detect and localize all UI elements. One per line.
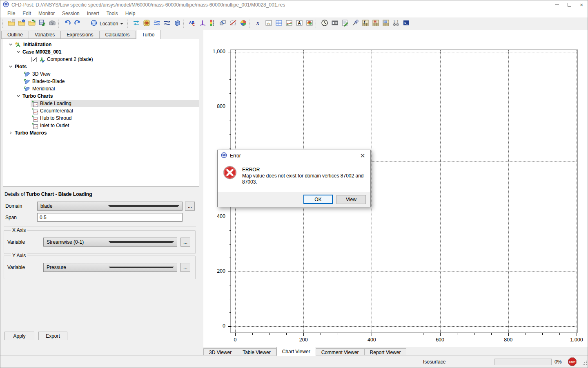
probe-button[interactable] [350, 19, 360, 29]
command-editor-button[interactable]: >_ [401, 19, 411, 29]
expander-open-icon[interactable] [7, 43, 14, 47]
save-project-button[interactable] [37, 19, 47, 29]
save-state-icon [28, 19, 36, 28]
expander-open-icon[interactable] [7, 65, 14, 69]
tab-chart-viewer[interactable]: Chart Viewer [276, 347, 316, 356]
undo-button[interactable] [62, 19, 72, 29]
insert-ribbon-button[interactable] [162, 19, 172, 29]
y-variable-more-button[interactable]: ... [180, 263, 190, 272]
x-variable-select[interactable]: Streamwise (0-1) [43, 238, 177, 247]
tree-item-checkbox[interactable] [31, 57, 37, 62]
tab-expressions[interactable]: Expressions [61, 31, 99, 39]
save-state-button[interactable] [27, 19, 37, 29]
menu-item-monitor[interactable]: Monitor [35, 10, 58, 17]
menu-item-file[interactable]: File [4, 10, 19, 17]
insert-colormap-button[interactable] [238, 19, 248, 29]
charts-button[interactable] [284, 19, 294, 29]
x-minor-tick [457, 333, 457, 335]
tree-row-turbo-macros[interactable]: Turbo Macros [3, 129, 199, 137]
insert-instance-transform-button[interactable] [218, 19, 228, 29]
insert-vector-button[interactable] [131, 19, 141, 29]
tree-row-case-m0028-001[interactable]: Case M0028_001 [3, 48, 199, 56]
apply-button[interactable]: Apply [4, 332, 34, 340]
insert-coord-frame-button[interactable] [197, 19, 207, 29]
expressions-button[interactable]: √α [263, 19, 274, 29]
y-minor-tick [229, 148, 231, 148]
insert-legend-button[interactable]: 321 [207, 19, 218, 29]
tab-variables[interactable]: Variables [29, 31, 61, 39]
minimize-icon [555, 4, 559, 5]
turbo-chart-icon [31, 100, 38, 107]
stop-button[interactable]: STOP [568, 357, 577, 367]
expander-open-icon[interactable] [15, 94, 22, 98]
variables-button[interactable]: x [253, 19, 263, 29]
insert-volume-icon [174, 19, 181, 28]
tree-row-blade-to-blade[interactable]: Blade-to-Blade [3, 78, 199, 85]
menu-bar: FileEditMonitorSessionInsertToolsHelp [0, 9, 588, 18]
menu-item-tools[interactable]: Tools [103, 10, 122, 17]
open-case-button[interactable] [6, 19, 16, 29]
progress-bar [494, 359, 552, 365]
snapshot-button[interactable] [47, 19, 57, 29]
domain-select[interactable]: blade [37, 202, 183, 211]
tree-row-inlet-to-outlet[interactable]: Inlet to Outlet [3, 122, 199, 129]
y-gridline [231, 217, 577, 217]
x-tick-label: 600 [427, 337, 453, 343]
tree-row-turbo-charts[interactable]: Turbo Charts [3, 92, 199, 100]
domain-more-button[interactable]: ... [185, 202, 195, 211]
x-variable-more-button[interactable]: ... [180, 238, 190, 247]
y-variable-select[interactable]: Pressure [43, 263, 177, 272]
redo-icon [74, 19, 81, 28]
annotation-button[interactable]: A [294, 19, 304, 29]
tree-row-meridional[interactable]: Meridional [3, 85, 199, 92]
chevron-down-icon [120, 23, 123, 25]
insert-contour-button[interactable] [141, 19, 151, 29]
redo-button[interactable] [72, 19, 82, 29]
dialog-close-button[interactable]: ✕ [355, 150, 370, 162]
insert-streamline-button[interactable] [151, 19, 162, 29]
location-dropdown[interactable]: Location [87, 19, 126, 29]
ok-button[interactable]: OK [303, 195, 333, 204]
tree-row-circumferential[interactable]: Circumferential [3, 107, 199, 114]
menu-item-insert[interactable]: Insert [83, 10, 103, 17]
resize-grip[interactable] [582, 360, 587, 366]
x-gridline [372, 50, 372, 332]
minimize-button[interactable] [551, 0, 563, 9]
menu-item-session[interactable]: Session [58, 10, 83, 17]
function-calculator-button[interactable]: f [360, 19, 370, 29]
tree-row-3d-view[interactable]: 3D View [3, 70, 199, 78]
tab-outline[interactable]: Outline [1, 31, 29, 39]
tab-calculators[interactable]: Calculators [100, 31, 136, 39]
expander-open-icon[interactable] [15, 50, 22, 54]
figure-button[interactable] [304, 19, 314, 29]
menu-item-edit[interactable]: Edit [19, 10, 35, 17]
insert-volume-button[interactable] [172, 19, 182, 29]
close-button[interactable]: × [575, 0, 588, 9]
tree-row-blade-loading[interactable]: Blade Loading [3, 100, 199, 107]
tree-row-initialization[interactable]: Initialization [3, 41, 199, 48]
maximize-button[interactable] [563, 0, 575, 9]
toolbar-group-grip [127, 20, 129, 28]
case-comparison-button[interactable]: 12 [391, 19, 401, 29]
tree-row-plots[interactable]: Plots [3, 63, 199, 70]
menu-item-help[interactable]: Help [122, 10, 139, 17]
svg-text:STOP: STOP [569, 361, 575, 363]
expander-closed-icon[interactable] [7, 131, 14, 135]
view-button[interactable]: View [336, 195, 366, 204]
plot-blade-icon [24, 78, 31, 85]
y-major-tick [228, 272, 231, 272]
macro-calculator-button[interactable]: M [370, 19, 381, 29]
span-input[interactable] [37, 213, 183, 222]
mesh-calculator-button[interactable] [381, 19, 391, 29]
tab-turbo[interactable]: Turbo [136, 30, 161, 39]
load-state-button[interactable] [16, 19, 27, 29]
animation-button[interactable] [330, 19, 340, 29]
tables-button[interactable] [274, 19, 284, 29]
tree-row-hub-to-shroud[interactable]: Hub to Shroud [3, 114, 199, 122]
timestep-selector-button[interactable] [319, 19, 330, 29]
export-button[interactable]: Export [38, 332, 67, 340]
quick-editor-button[interactable] [340, 19, 350, 29]
tree-row-component-2-blade[interactable]: Component 2 (blade) [3, 56, 199, 63]
insert-clip-plane-button[interactable] [228, 19, 238, 29]
insert-text-button[interactable]: ABC [187, 19, 197, 29]
